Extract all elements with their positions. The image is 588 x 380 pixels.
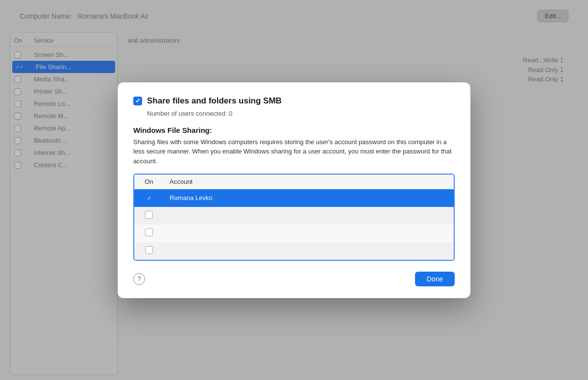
smb-checkbox[interactable]: [133, 97, 142, 105]
smb-title: Share files and folders using SMB: [147, 96, 282, 106]
table-row-2[interactable]: [134, 225, 454, 242]
modal-dialog: Share files and folders using SMB Number…: [118, 82, 470, 298]
row-account-name-1: [164, 207, 454, 225]
windows-sharing-title: Windows File Sharing:: [133, 126, 455, 134]
row-checkbox-cell-0[interactable]: ✓: [134, 189, 164, 207]
col-account-header: Account: [164, 175, 454, 189]
row-checkbox-cell-1[interactable]: [134, 207, 164, 225]
smb-row: Share files and folders using SMB: [133, 96, 455, 106]
table-header-row: On Account: [134, 175, 454, 189]
row-account-name-3: [164, 242, 454, 260]
modal-overlay: Share files and folders using SMB Number…: [0, 0, 588, 380]
account-table-body: ✓Romana Levko: [134, 189, 454, 260]
done-button[interactable]: Done: [415, 272, 455, 286]
row-account-name-0: Romana Levko: [164, 189, 454, 207]
row-checkbox-cell-3[interactable]: [134, 242, 164, 260]
row-checkbox-cell-2[interactable]: [134, 225, 164, 242]
row-checkbox-1[interactable]: [145, 211, 153, 219]
row-checkbox-3[interactable]: [145, 246, 153, 254]
account-table: On Account ✓Romana Levko: [134, 175, 454, 260]
table-row-3[interactable]: [134, 242, 454, 260]
row-checkbox-0[interactable]: ✓: [145, 194, 153, 202]
modal-footer: ? Done: [133, 272, 455, 286]
col-on-header: On: [134, 175, 164, 189]
help-button[interactable]: ?: [133, 273, 145, 285]
row-account-name-2: [164, 225, 454, 242]
table-row-0[interactable]: ✓Romana Levko: [134, 189, 454, 207]
windows-sharing-desc: Sharing files with some Windows computer…: [133, 137, 455, 166]
table-row-1[interactable]: [134, 207, 454, 225]
smb-connected: Number of users connected: 0: [147, 110, 455, 117]
row-checkbox-2[interactable]: [145, 228, 153, 236]
account-table-container: On Account ✓Romana Levko: [133, 174, 455, 261]
